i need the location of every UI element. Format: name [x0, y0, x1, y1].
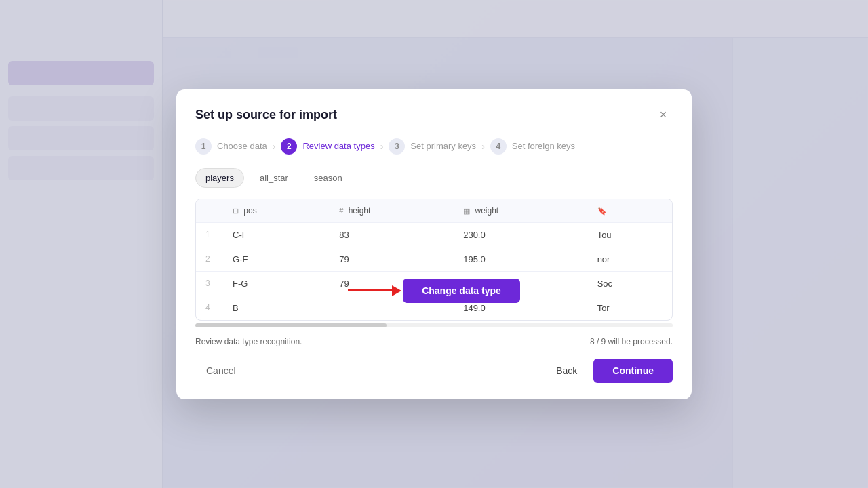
- tab-season[interactable]: season: [304, 168, 353, 188]
- change-data-type-button[interactable]: Change data type: [403, 279, 520, 303]
- footer-info-text: Review data type recognition.: [195, 337, 302, 346]
- row-2-extra: nor: [588, 247, 672, 271]
- bookmark2-icon: 🔖: [597, 207, 607, 215]
- step-3-label: Set primary keys: [410, 141, 476, 151]
- step-1-num: 1: [195, 138, 212, 155]
- modal-header: Set up source for import ×: [176, 89, 692, 138]
- table-row: 1 C-F 83 230.0 Tou: [196, 222, 672, 247]
- row-2-height: 79: [330, 247, 454, 271]
- step-1-label: Choose data: [217, 141, 267, 151]
- modal: Set up source for import × 1 Choose data…: [176, 89, 692, 399]
- col-height-header: # height: [330, 199, 454, 223]
- row-4-pos: B: [223, 296, 330, 320]
- tab-players[interactable]: players: [195, 168, 244, 188]
- close-button[interactable]: ×: [654, 106, 673, 125]
- chevron-icon-1: ›: [273, 141, 276, 152]
- col-weight-header: ▦ weight: [454, 199, 587, 223]
- row-1-extra: Tou: [588, 222, 672, 247]
- footer-info: Review data type recognition. 8 / 9 will…: [176, 327, 692, 349]
- footer-right-buttons: Back Continue: [545, 359, 673, 383]
- row-3-pos: F-G: [223, 271, 330, 296]
- step-2-num: 2: [281, 138, 297, 155]
- continue-button[interactable]: Continue: [593, 359, 673, 383]
- row-3-extra: Soc: [588, 271, 672, 296]
- tabs: players all_star season: [176, 168, 692, 199]
- back-button[interactable]: Back: [545, 360, 588, 382]
- row-1-pos: C-F: [223, 222, 330, 247]
- table-icon: ▦: [463, 207, 470, 215]
- chevron-icon-2: ›: [380, 141, 384, 152]
- step-2-label: Review data types: [302, 141, 374, 151]
- footer-actions: Cancel Back Continue: [176, 349, 692, 399]
- step-1: 1 Choose data: [195, 138, 267, 155]
- modal-overlay: Set up source for import × 1 Choose data…: [0, 0, 868, 488]
- row-1-num: 1: [196, 222, 223, 247]
- step-4-num: 4: [490, 138, 507, 155]
- step-4: 4 Set foreign keys: [490, 138, 575, 155]
- row-4-extra: Tor: [588, 296, 672, 320]
- hash-icon: #: [339, 207, 343, 215]
- stepper: 1 Choose data › 2 Review data types › 3 …: [176, 138, 692, 168]
- row-2-pos: G-F: [223, 247, 330, 271]
- row-2-weight: 195.0: [454, 247, 587, 271]
- chevron-icon-3: ›: [481, 141, 485, 152]
- row-1-weight: 230.0: [454, 222, 587, 247]
- modal-title: Set up source for import: [195, 108, 337, 122]
- tab-all-star[interactable]: all_star: [250, 168, 298, 188]
- footer-process-text: 8 / 9 will be processed.: [590, 337, 673, 346]
- col-pos-header: ⊟ pos: [223, 199, 330, 223]
- row-2-num: 2: [196, 247, 223, 271]
- step-4-label: Set foreign keys: [512, 141, 575, 151]
- step-3-num: 3: [389, 138, 405, 155]
- col-num-header: [196, 199, 223, 223]
- bookmark-icon: ⊟: [233, 207, 239, 215]
- table-wrapper: ⊟ pos # height ▦ weight: [176, 199, 692, 321]
- step-3: 3 Set primary keys: [389, 138, 476, 155]
- row-3-num: 3: [196, 271, 223, 296]
- col-extra-header: 🔖: [588, 199, 672, 223]
- step-2: 2 Review data types: [281, 138, 374, 155]
- row-4-num: 4: [196, 296, 223, 320]
- change-data-type-button-wrap[interactable]: Change data type: [403, 279, 520, 303]
- row-1-height: 83: [330, 222, 454, 247]
- table-row: 2 G-F 79 195.0 nor: [196, 247, 672, 271]
- cancel-button[interactable]: Cancel: [195, 360, 247, 382]
